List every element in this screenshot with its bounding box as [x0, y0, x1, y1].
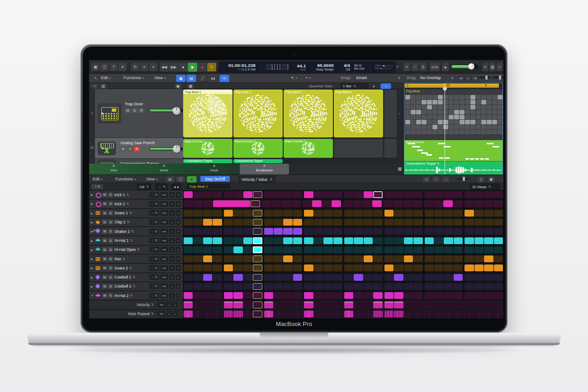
window-icon[interactable]: ▣ — [174, 83, 182, 89]
mini-grid-cell[interactable] — [487, 100, 492, 104]
record-button[interactable]: ● — [197, 62, 207, 72]
mini-grid-cell[interactable] — [492, 105, 497, 109]
step-cell[interactable] — [233, 191, 242, 198]
mini-grid-cell[interactable] — [465, 115, 470, 119]
mini-grid-cell[interactable] — [481, 100, 486, 104]
step-cell[interactable] — [364, 264, 373, 271]
step-cell[interactable] — [474, 274, 484, 281]
scene-trigger-verse[interactable]: ∧Verse — [139, 164, 189, 175]
mini-grid-cell[interactable] — [470, 110, 475, 114]
mini-grid-cell[interactable] — [443, 125, 448, 129]
step-cell[interactable] — [394, 292, 403, 299]
step-cell[interactable] — [233, 292, 242, 299]
mini-grid-cell[interactable] — [416, 120, 421, 124]
record-enable-button[interactable]: R — [134, 146, 140, 151]
mini-grid-cell[interactable] — [476, 110, 481, 114]
row-mute-solo[interactable]: MS — [102, 257, 113, 261]
mini-grid-cell[interactable] — [476, 100, 481, 104]
step-cell[interactable] — [454, 219, 463, 226]
row-mute-solo[interactable]: MS — [102, 220, 113, 224]
lcd-locators[interactable]: 0001 1 1 1 0001 0003 1 1 1 0001 — [258, 61, 291, 73]
step-cell[interactable] — [314, 311, 323, 317]
step-cell[interactable] — [465, 191, 474, 198]
row-solo-button[interactable]: S — [108, 293, 113, 298]
row-name-stepper[interactable]: ⇅ — [127, 220, 130, 224]
step-cell[interactable] — [364, 210, 373, 217]
step-cell[interactable] — [474, 219, 484, 226]
step-cell[interactable] — [354, 302, 363, 308]
step-cell[interactable] — [484, 264, 493, 271]
playhead[interactable] — [445, 83, 446, 174]
step-cell[interactable] — [425, 311, 434, 317]
step-cell[interactable] — [425, 237, 434, 244]
row-lock-icon[interactable]: ▪ — [176, 283, 180, 289]
step-cell[interactable] — [224, 228, 233, 235]
sub-row-header[interactable]: Note Repeat⇅◂ ▸♪▪ — [89, 310, 183, 318]
step-cell[interactable] — [344, 302, 353, 308]
row-direction[interactable]: → ⇅ — [149, 229, 159, 234]
step-cell[interactable] — [384, 283, 394, 290]
mini-grid-cell[interactable] — [405, 130, 410, 134]
step-cell[interactable] — [484, 237, 493, 244]
step-cell[interactable] — [394, 191, 403, 198]
step-cell[interactable] — [494, 219, 503, 226]
step-cell[interactable] — [484, 274, 493, 281]
step-cell[interactable] — [184, 264, 193, 271]
step-cell[interactable] — [444, 255, 453, 262]
step-cell[interactable] — [384, 228, 394, 235]
step-cell[interactable] — [413, 228, 422, 235]
midi-note[interactable] — [480, 158, 484, 160]
plus-tool[interactable]: +▾ — [305, 76, 311, 80]
mini-grid-cell[interactable] — [460, 125, 465, 129]
row-rotate[interactable]: ◂ ▸ — [161, 238, 168, 243]
loop-cell[interactable]: Bass Knocks 3 — [284, 139, 333, 158]
step-cell[interactable] — [413, 210, 422, 217]
step-cell[interactable] — [203, 274, 212, 281]
step-cell[interactable] — [323, 311, 332, 317]
sub-row-lock-icon[interactable]: ▪ — [173, 302, 178, 307]
row-monitor-icon[interactable]: ♪ — [169, 210, 174, 216]
step-cell[interactable] — [323, 246, 332, 253]
step-cell[interactable] — [444, 274, 453, 281]
step-cell[interactable] — [333, 283, 342, 290]
step-cell[interactable] — [203, 264, 212, 271]
step-cell[interactable] — [293, 246, 302, 253]
mini-grid-cell[interactable] — [498, 125, 503, 129]
row-mute-solo[interactable]: MS — [102, 284, 113, 288]
mini-grid-cell[interactable] — [432, 130, 437, 134]
step-cell[interactable] — [494, 292, 503, 299]
mute-solo-buttons[interactable]: MSR — [125, 108, 144, 113]
step-cell[interactable] — [362, 200, 372, 207]
step-cell[interactable] — [354, 274, 363, 281]
row-mute-button[interactable]: M — [102, 247, 107, 252]
mini-grid-cell[interactable] — [432, 100, 437, 104]
step-cell[interactable] — [413, 283, 422, 290]
row-solo-button[interactable]: S — [108, 193, 113, 197]
step-cell[interactable] — [494, 228, 503, 235]
trim-button[interactable]: ›T‹ — [219, 75, 229, 82]
mini-grid-cell[interactable] — [492, 120, 497, 124]
step-cell[interactable] — [373, 255, 382, 262]
midi-note[interactable] — [421, 152, 428, 154]
step-cell[interactable] — [384, 274, 394, 281]
mini-grid-cell[interactable] — [476, 125, 481, 129]
step-cell[interactable] — [454, 237, 463, 244]
mini-grid-cell[interactable] — [465, 125, 470, 129]
step-cell[interactable] — [343, 200, 352, 207]
step-cell[interactable] — [364, 237, 373, 244]
step-cell[interactable] — [333, 246, 342, 253]
step-cell[interactable] — [474, 302, 484, 308]
row-lock-icon[interactable]: ▪ — [176, 229, 180, 234]
step-cell[interactable] — [213, 228, 222, 235]
step-cell[interactable] — [203, 228, 212, 235]
row-monitor-icon[interactable]: ♪ — [169, 192, 174, 198]
step-cell[interactable] — [453, 200, 463, 207]
step-cell[interactable] — [484, 200, 493, 207]
step-cell[interactable] — [333, 311, 342, 317]
step-cell[interactable] — [314, 228, 323, 235]
mini-grid-cell[interactable] — [405, 120, 410, 124]
step-cell[interactable] — [394, 274, 403, 281]
mini-grid-cell[interactable] — [416, 105, 421, 109]
sub-row-monitor-icon[interactable]: ♪ — [166, 302, 171, 307]
mini-grid-cell[interactable] — [460, 100, 465, 104]
